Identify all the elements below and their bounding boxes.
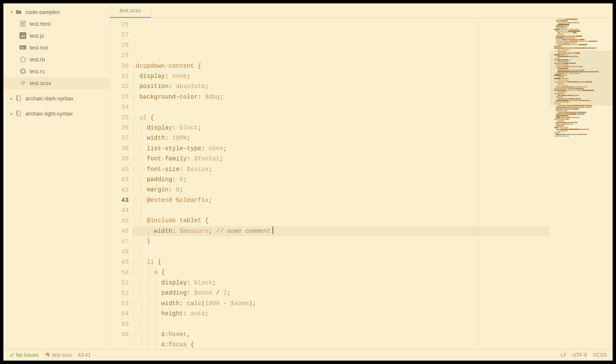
git-status[interactable]: test.scss xyxy=(44,352,72,358)
file-label: test.rb xyxy=(30,56,45,63)
repo-icon xyxy=(15,95,22,102)
minimap[interactable] xyxy=(549,18,613,349)
file-tree[interactable]: ▾ code-samples test.htmlJStest.jsM↓test.… xyxy=(3,3,110,349)
main-area: ▾ code-samples test.htmlJStest.jsM↓test.… xyxy=(3,3,613,349)
project-root-label: code-samples xyxy=(25,9,60,15)
tab-active[interactable]: test.scss xyxy=(110,3,151,18)
file-item[interactable]: M↓test.md xyxy=(3,41,110,53)
tab-title: test.scss xyxy=(119,7,141,14)
wrap-guide xyxy=(478,18,478,349)
file-encoding[interactable]: UTF-8 xyxy=(572,352,587,358)
file-label: test.js xyxy=(30,33,44,39)
file-item[interactable]: test.scss xyxy=(3,77,110,89)
file-item[interactable]: test.rb xyxy=(3,53,110,65)
md-icon: M↓ xyxy=(19,44,26,51)
text-cursor xyxy=(272,226,273,234)
status-bar: No Issues test.scss 43:41 LF UTF-8 SCSS xyxy=(3,349,613,361)
line-ending[interactable]: LF xyxy=(561,352,566,358)
linter-status[interactable]: No Issues xyxy=(9,352,39,358)
chevron-right-icon: ▸ xyxy=(8,111,15,116)
cursor-position[interactable]: 43:41 xyxy=(78,352,91,358)
project-item[interactable]: ▸archaic-dark-syntax xyxy=(3,92,110,104)
tab-bar[interactable]: test.scss xyxy=(110,3,613,18)
js-icon: JS xyxy=(19,32,26,39)
code-area[interactable]: .dropdown-content {│ display: none;│ pos… xyxy=(132,18,549,349)
project-item[interactable]: ▸archaic-light-syntax xyxy=(3,108,110,119)
file-item[interactable]: test.html xyxy=(3,18,110,30)
sass-icon xyxy=(19,80,26,86)
check-icon xyxy=(9,353,14,358)
project-root[interactable]: ▾ code-samples xyxy=(3,6,110,18)
rust-icon xyxy=(19,68,26,74)
file-grammar[interactable]: SCSS xyxy=(593,352,607,358)
project-label: archaic-dark-syntax xyxy=(25,95,73,102)
file-label: test.rs xyxy=(30,68,44,74)
chevron-right-icon: ▸ xyxy=(8,96,15,101)
folder-icon xyxy=(15,8,22,15)
editor-column: test.scss 262728293031323334353637383940… xyxy=(110,3,613,349)
file-item[interactable]: JStest.js xyxy=(3,30,110,41)
git-diff-icon xyxy=(44,353,50,358)
editor-window: ▾ code-samples test.htmlJStest.jsM↓test.… xyxy=(3,3,613,361)
file-label: test.html xyxy=(30,21,50,27)
repo-icon xyxy=(15,110,22,117)
svg-text:JS: JS xyxy=(21,34,25,38)
svg-text:M↓: M↓ xyxy=(21,47,25,49)
chevron-down-icon: ▾ xyxy=(8,10,15,14)
linter-text: No Issues xyxy=(16,352,39,358)
html5-icon xyxy=(19,20,26,27)
file-label: test.md xyxy=(30,44,48,51)
editor-pane[interactable]: 2627282930313233343536373839404142434445… xyxy=(110,18,613,349)
status-file: test.scss xyxy=(52,352,72,358)
ruby-icon xyxy=(19,56,26,63)
file-label: test.scss xyxy=(30,80,51,86)
project-label: archaic-light-syntax xyxy=(25,110,73,117)
file-item[interactable]: test.rs xyxy=(3,65,110,77)
line-number-gutter[interactable]: 2627282930313233343536373839404142434445… xyxy=(110,18,132,349)
